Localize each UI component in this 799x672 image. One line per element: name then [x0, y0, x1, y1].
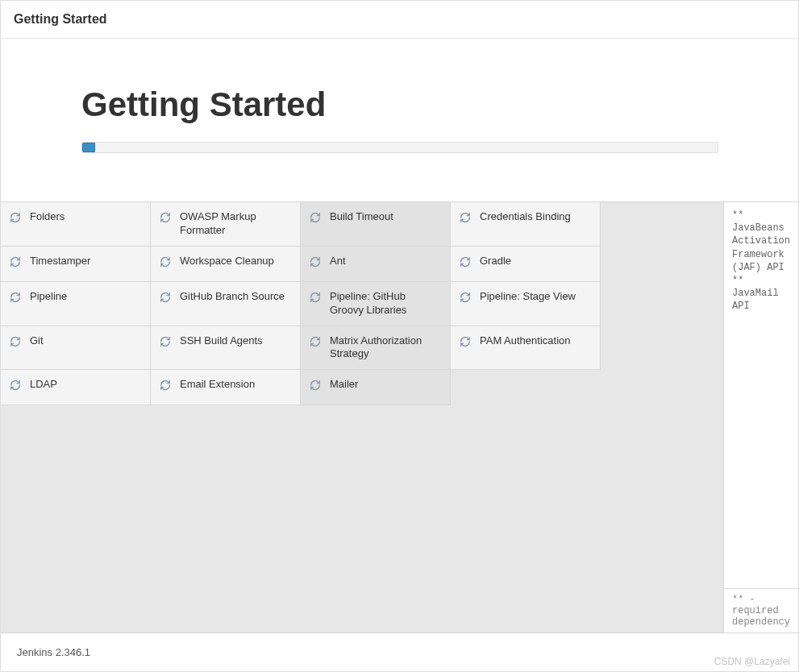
plugin-cell: OWASP Markup Formatter: [151, 202, 301, 247]
plugins-area: Folders OWASP Markup Formatter Build Tim…: [1, 202, 798, 633]
plugin-cell: Build Timeout: [301, 202, 451, 247]
plugin-name: PAM Authentication: [480, 334, 571, 348]
plugin-cell: Pipeline: Stage View: [451, 282, 601, 326]
plugin-name: Ant: [330, 255, 346, 268]
plugin-name: Pipeline: [30, 290, 67, 304]
refresh-icon: [9, 211, 22, 224]
install-log: ** JavaBeans Activation Framework (JAF) …: [724, 202, 798, 588]
refresh-icon: [459, 211, 472, 224]
plugin-name: Folders: [30, 210, 65, 224]
install-progress-bar: [81, 142, 718, 153]
plugin-name: OWASP Markup Formatter: [180, 210, 292, 238]
plugin-name: Build Timeout: [330, 210, 393, 224]
plugin-name: Workspace Cleanup: [180, 255, 274, 268]
plugin-cell: LDAP: [1, 370, 151, 405]
plugin-cell: Ant: [301, 247, 451, 282]
plugin-cell: Mailer: [301, 370, 451, 405]
plugin-cell: GitHub Branch Source: [151, 282, 301, 326]
refresh-icon: [9, 291, 22, 304]
refresh-icon: [9, 379, 22, 392]
refresh-icon: [159, 291, 172, 304]
plugin-name: SSH Build Agents: [180, 334, 263, 348]
plugin-cell: Timestamper: [1, 247, 151, 282]
plugin-cell: Folders: [1, 202, 151, 247]
plugin-name: GitHub Branch Source: [180, 290, 285, 304]
header-area: Getting Started: [1, 39, 798, 202]
plugin-name: Gradle: [480, 255, 511, 268]
refresh-icon: [159, 255, 172, 268]
refresh-icon: [309, 335, 322, 348]
refresh-icon: [309, 255, 322, 268]
plugin-name: Pipeline: GitHub Groovy Libraries: [330, 290, 442, 317]
plugin-cell: Matrix Authorization Strategy: [301, 326, 451, 371]
refresh-icon: [309, 379, 322, 392]
plugin-cell: Credentials Binding: [451, 202, 601, 247]
plugin-grid: Folders OWASP Markup Formatter Build Tim…: [1, 202, 724, 633]
install-log-panel: ** JavaBeans Activation Framework (JAF) …: [724, 202, 798, 633]
plugin-name: Timestamper: [30, 255, 90, 268]
refresh-icon: [309, 291, 322, 304]
refresh-icon: [459, 255, 472, 268]
plugin-name: Credentials Binding: [480, 210, 571, 224]
refresh-icon: [459, 291, 472, 304]
plugin-name: Email Extension: [180, 378, 255, 392]
plugin-cell: Workspace Cleanup: [151, 247, 301, 282]
plugin-cell: SSH Build Agents: [151, 326, 301, 371]
plugin-name: Git: [30, 334, 44, 348]
plugin-name: Mailer: [330, 378, 358, 392]
plugin-name: Matrix Authorization Strategy: [330, 334, 442, 362]
refresh-icon: [159, 379, 172, 392]
refresh-icon: [159, 211, 172, 224]
install-log-footnote: ** - required dependency: [724, 588, 798, 633]
page-title: Getting Started: [81, 85, 718, 124]
footer-version: Jenkins 2.346.1: [1, 633, 798, 671]
plugin-cell: Pipeline: [1, 282, 151, 326]
refresh-icon: [309, 211, 322, 224]
plugin-name: LDAP: [30, 378, 57, 392]
window-title: Getting Started: [1, 1, 798, 39]
plugin-cell: PAM Authentication: [451, 326, 601, 371]
plugin-cell: Gradle: [451, 247, 601, 282]
refresh-icon: [459, 335, 472, 348]
refresh-icon: [9, 255, 22, 268]
plugin-name: Pipeline: Stage View: [480, 290, 576, 304]
refresh-icon: [159, 335, 172, 348]
install-progress-fill: [82, 143, 95, 152]
plugin-cell: Pipeline: GitHub Groovy Libraries: [301, 282, 451, 326]
plugin-cell: Email Extension: [151, 370, 301, 405]
plugin-cell: Git: [1, 326, 151, 371]
refresh-icon: [9, 335, 22, 348]
